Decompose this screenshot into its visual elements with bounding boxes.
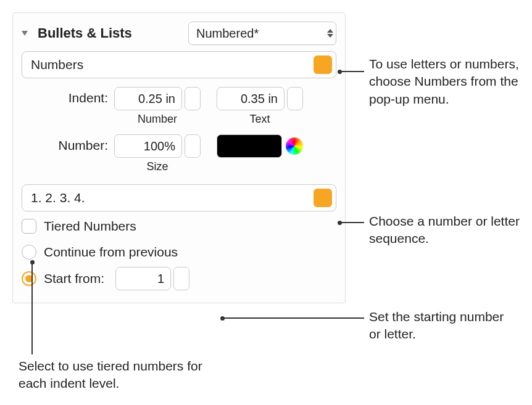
leader-line bbox=[339, 71, 364, 72]
bullets-lists-panel: Bullets & Lists Numbered* Numbers Indent… bbox=[12, 12, 346, 303]
number-size-sublabel: Size bbox=[146, 160, 168, 173]
number-sequence-value: 1. 2. 3. 4. bbox=[31, 190, 85, 205]
number-color-swatch[interactable] bbox=[217, 134, 282, 158]
disclosure-triangle-icon[interactable] bbox=[22, 31, 28, 36]
leader-line bbox=[339, 222, 364, 223]
chevron-updown-icon bbox=[314, 55, 332, 74]
indent-number-stepper[interactable] bbox=[185, 87, 201, 110]
number-sequence-popup[interactable]: 1. 2. 3. 4. bbox=[22, 184, 336, 211]
indent-text-sublabel: Text bbox=[249, 113, 270, 126]
leader-line bbox=[222, 317, 364, 319]
start-from-stepper[interactable] bbox=[173, 267, 189, 290]
chevron-updown-icon bbox=[327, 29, 333, 38]
indent-label: Indent: bbox=[22, 87, 114, 105]
number-size-stepper[interactable] bbox=[185, 134, 201, 158]
indent-text-stepper[interactable] bbox=[287, 87, 303, 110]
tiered-numbers-checkbox[interactable] bbox=[22, 219, 36, 234]
section-title: Bullets & Lists bbox=[38, 25, 132, 41]
start-from-radio[interactable] bbox=[22, 271, 36, 286]
start-from-input[interactable]: 1 bbox=[115, 267, 171, 290]
number-label: Number: bbox=[22, 134, 114, 153]
indent-number-input[interactable]: 0.25 in bbox=[114, 87, 182, 110]
continue-from-previous-radio[interactable] bbox=[22, 245, 36, 260]
callout-sequence: Choose a number or letter sequence. bbox=[369, 213, 530, 248]
leader-line bbox=[31, 262, 33, 354]
chevron-updown-icon bbox=[314, 189, 332, 207]
bullet-type-value: Numbers bbox=[31, 57, 83, 72]
bullet-type-popup[interactable]: Numbers bbox=[22, 51, 336, 78]
continue-from-previous-label: Continue from previous bbox=[44, 245, 178, 260]
start-from-label: Start from: bbox=[44, 271, 104, 286]
callout-type: To use letters or numbers, choose Number… bbox=[369, 55, 523, 108]
tiered-numbers-label: Tiered Numbers bbox=[44, 219, 136, 234]
callout-start: Set the starting number or letter. bbox=[369, 308, 517, 343]
number-size-input[interactable]: 100% bbox=[114, 134, 182, 158]
callout-tiered: Select to use tiered numbers for each in… bbox=[19, 358, 216, 393]
indent-number-sublabel: Number bbox=[138, 113, 177, 126]
indent-text-input[interactable]: 0.35 in bbox=[217, 87, 285, 110]
list-style-popup[interactable]: Numbered* bbox=[188, 22, 336, 45]
color-wheel-icon[interactable] bbox=[286, 137, 303, 155]
list-style-value: Numbered* bbox=[196, 27, 259, 41]
